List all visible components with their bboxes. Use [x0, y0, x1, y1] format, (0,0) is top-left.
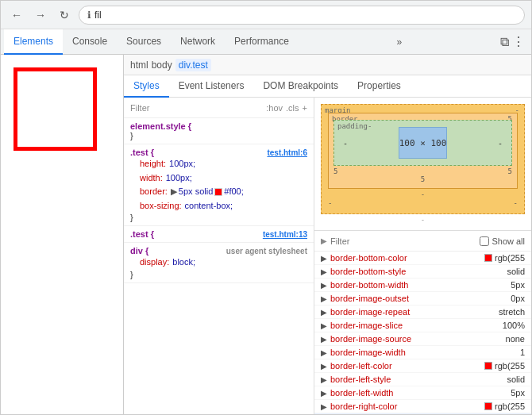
settings-button[interactable]: ⋮	[512, 34, 525, 49]
computed-prop-border-left-style[interactable]: ▶ border-left-style solid	[314, 373, 531, 386]
prop-val-width: 100px;	[166, 171, 192, 186]
add-rule-button[interactable]: +	[303, 103, 307, 113]
tab-elements[interactable]: Elements	[4, 29, 63, 55]
prop-value: 1	[520, 348, 525, 357]
sub-tab-dom-breakpoints[interactable]: DOM Breakpoints	[253, 75, 348, 98]
browser-window: ← → ↻ ℹ fil Elements Console Sources Net…	[0, 0, 532, 415]
prop-color-swatch[interactable]	[484, 254, 492, 262]
computed-prop-border-bottom-color[interactable]: ▶ border-bottom-color rgb(255	[314, 252, 531, 265]
prop-val-text: rgb(255	[495, 402, 525, 411]
filter-options: :hov .cls +	[266, 103, 307, 113]
more-tabs-button[interactable]: »	[391, 37, 409, 48]
styles-filter-input[interactable]	[152, 103, 263, 113]
css-prop-border: border: ▶ 5px solid #f00;	[130, 185, 307, 199]
webpage-preview	[1, 55, 124, 414]
prop-color-swatch[interactable]	[484, 402, 492, 410]
margin-sides: - -	[328, 199, 518, 207]
computed-prop-border-left-color[interactable]: ▶ border-left-color rgb(255	[314, 359, 531, 373]
prop-value: stretch	[499, 307, 525, 317]
border-arrow: ▶	[171, 185, 177, 199]
sub-tab-styles[interactable]: Styles	[124, 75, 169, 98]
prop-value: solid	[507, 375, 525, 384]
computed-prop-border-image-slice[interactable]: ▶ border-image-slice 100%	[314, 319, 531, 332]
prop-name-text: border-image-repeat	[330, 307, 499, 317]
prop-value: 5px	[511, 388, 525, 398]
css-selector-div: div { user agent stylesheet	[130, 246, 307, 256]
computed-filter-input[interactable]	[330, 236, 476, 246]
computed-prop-border-right-color[interactable]: ▶ border-right-color rgb(255	[314, 400, 531, 413]
tab-network[interactable]: Network	[171, 29, 225, 55]
content-row: - 100 × 100 -	[339, 127, 507, 159]
breadcrumb-html[interactable]: html	[130, 60, 148, 71]
computed-prop-border-image-outset[interactable]: ▶ border-image-outset 0px	[314, 292, 531, 305]
prop-val-box-sizing: content-box;	[185, 199, 233, 213]
computed-prop-border-bottom-style[interactable]: ▶ border-bottom-style solid	[314, 265, 531, 279]
prop-val-text: 5px	[511, 388, 525, 398]
prop-name-text: border-image-source	[330, 334, 506, 344]
computed-prop-border-left-width[interactable]: ▶ border-left-width 5px	[314, 386, 531, 400]
tab-console[interactable]: Console	[63, 29, 117, 55]
border-color-swatch[interactable]	[214, 188, 222, 196]
prop-expand-arrow: ▶	[321, 402, 327, 411]
prop-val-text: 100%	[503, 321, 525, 330]
prop-value: solid	[507, 267, 525, 276]
hov-button[interactable]: :hov	[266, 103, 283, 113]
outer-dash: -	[321, 216, 525, 224]
demo-element	[13, 67, 97, 151]
prop-name-text: border-image-slice	[330, 321, 503, 330]
computed-filter-bar: ▶ Show all	[314, 231, 531, 252]
css-rule-test-2: .test { test.html:13	[124, 226, 314, 243]
breadcrumb-active[interactable]: div.test	[175, 59, 211, 71]
source-ua: user agent stylesheet	[226, 247, 307, 256]
css-closing-brace3: }	[130, 270, 307, 279]
prop-val-text: solid	[507, 267, 525, 276]
reload-button[interactable]: ↻	[55, 6, 74, 25]
css-prop-width: width: 100px;	[130, 171, 307, 186]
prop-val-display: block;	[172, 256, 195, 270]
css-closing-brace2: }	[130, 213, 307, 222]
prop-value: rgb(255	[484, 402, 525, 411]
devtools-panel: html body div.test Styles Event Listener…	[124, 55, 531, 414]
info-icon: ℹ	[87, 10, 91, 21]
prop-val-text: 1	[520, 348, 525, 357]
selector-text-div: div {	[130, 246, 148, 256]
source-link-test2[interactable]: test.html:13	[263, 230, 307, 239]
sub-tab-event-listeners[interactable]: Event Listeners	[169, 75, 254, 98]
prop-color-swatch[interactable]	[484, 362, 492, 370]
border-left-disp: 5	[333, 167, 337, 175]
prop-val-text: stretch	[499, 307, 525, 317]
computed-prop-border-right-style[interactable]: ▶ border-right-style solid	[314, 413, 531, 414]
prop-val-text: none	[506, 334, 525, 344]
sub-tab-properties[interactable]: Properties	[348, 75, 411, 98]
margin-left-disp: -	[328, 199, 332, 207]
show-all-text: Show all	[492, 236, 525, 246]
prop-value: 0px	[511, 294, 525, 303]
prop-val-text: rgb(255	[495, 361, 525, 371]
forward-button[interactable]: →	[31, 6, 50, 25]
show-all-checkbox[interactable]	[480, 236, 489, 246]
computed-prop-border-image-source[interactable]: ▶ border-image-source none	[314, 332, 531, 346]
tab-sources[interactable]: Sources	[117, 29, 171, 55]
css-selector: element.style {	[130, 121, 307, 131]
prop-name-text: border-right-color	[330, 402, 484, 411]
computed-prop-border-image-width[interactable]: ▶ border-image-width 1	[314, 346, 531, 359]
prop-value: rgb(255	[484, 361, 525, 371]
computed-prop-border-image-repeat[interactable]: ▶ border-image-repeat stretch	[314, 305, 531, 319]
bm-border: border 5 padding- -	[328, 113, 518, 189]
breadcrumb-body[interactable]: body	[152, 60, 172, 71]
tab-performance[interactable]: Performance	[225, 29, 299, 55]
prop-name-text: border-bottom-color	[330, 253, 484, 263]
computed-prop-border-bottom-width[interactable]: ▶ border-bottom-width 5px	[314, 279, 531, 292]
padding-left-val: -	[339, 139, 352, 148]
show-all-label[interactable]: Show all	[480, 236, 525, 246]
source-link-test1[interactable]: test.html:6	[267, 148, 307, 157]
back-button[interactable]: ←	[7, 6, 26, 25]
padding-label: padding-	[337, 122, 372, 130]
prop-expand-arrow: ▶	[321, 308, 327, 317]
prop-name-text: border-left-color	[330, 361, 484, 371]
bm-padding: padding- - 100 × 100	[333, 120, 512, 166]
undock-button[interactable]: ⧉	[500, 34, 509, 49]
bm-content: 100 × 100	[399, 127, 448, 159]
css-rule-div-ua: div { user agent stylesheet display: blo…	[124, 243, 314, 283]
cls-button[interactable]: .cls	[286, 103, 299, 113]
